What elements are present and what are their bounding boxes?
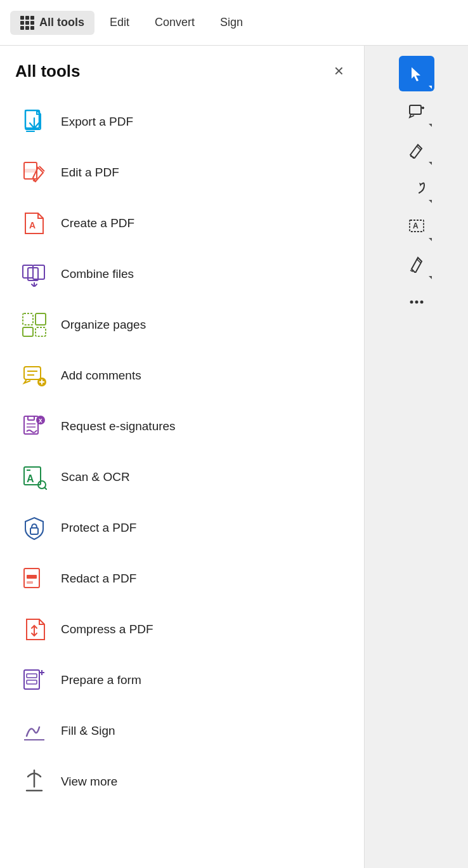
svg-rect-33	[27, 575, 37, 579]
compress-pdf-icon	[20, 615, 48, 643]
panel-title: All tools	[15, 62, 81, 81]
create-pdf-icon: A	[20, 209, 48, 237]
svg-rect-11	[23, 313, 33, 325]
sidebar-link-tool[interactable]	[399, 170, 434, 206]
tool-item-create-pdf[interactable]: A Create a PDF	[15, 198, 349, 249]
svg-rect-12	[36, 313, 46, 325]
prepare-form-icon	[20, 666, 48, 694]
tool-item-prepare-form[interactable]: Prepare a form	[15, 655, 349, 706]
tool-item-add-comments[interactable]: Add comments	[15, 350, 349, 401]
protect-pdf-icon	[20, 514, 48, 542]
tool-item-scan-ocr[interactable]: A Scan & OCR	[15, 452, 349, 503]
tool-item-organize-pages[interactable]: Organize pages	[15, 299, 349, 350]
organize-pages-icon	[20, 311, 48, 339]
grid-icon	[20, 16, 34, 30]
sign-label: Sign	[220, 16, 243, 29]
combine-files-label: Combine files	[61, 267, 134, 281]
add-comments-icon	[20, 362, 48, 390]
edit-pdf-icon	[20, 159, 48, 187]
topbar: All tools Edit Convert Sign	[0, 0, 468, 46]
sign-button[interactable]: Sign	[210, 11, 253, 34]
view-more-label: View more	[61, 775, 117, 789]
sidebar-edit-text-tool[interactable]	[399, 132, 434, 168]
svg-rect-36	[24, 670, 39, 689]
svg-rect-31	[30, 528, 38, 534]
add-comments-label: Add comments	[61, 369, 141, 383]
redact-pdf-icon	[20, 565, 48, 593]
convert-button[interactable]: Convert	[145, 11, 205, 34]
svg-text:A: A	[27, 473, 34, 484]
edit-label: Edit	[110, 16, 129, 29]
svg-rect-37	[27, 674, 37, 678]
tool-item-view-more[interactable]: View more	[15, 756, 349, 807]
svg-rect-14	[36, 327, 46, 336]
create-pdf-label: Create a PDF	[61, 216, 134, 230]
export-pdf-label: Export a PDF	[61, 115, 133, 129]
svg-text:x: x	[39, 417, 42, 424]
convert-label: Convert	[155, 16, 195, 29]
protect-pdf-label: Protect a PDF	[61, 521, 136, 535]
request-esignatures-icon: x	[20, 412, 48, 440]
svg-line-48	[410, 156, 414, 157]
combine-files-icon	[20, 260, 48, 288]
prepare-form-label: Prepare a form	[61, 673, 141, 687]
tool-item-redact-pdf[interactable]: Redact a PDF	[15, 553, 349, 604]
tool-item-export-pdf[interactable]: Export a PDF	[15, 96, 349, 147]
svg-point-55	[420, 301, 423, 304]
tool-item-request-esignatures[interactable]: x Request e-signatures	[15, 401, 349, 452]
sidebar-textbox-tool[interactable]: A	[399, 208, 434, 244]
svg-rect-22	[28, 416, 34, 420]
fill-sign-icon	[20, 717, 48, 745]
svg-rect-13	[23, 327, 33, 336]
tool-item-edit-pdf[interactable]: Edit a PDF	[15, 147, 349, 198]
close-icon: ✕	[334, 63, 344, 79]
view-more-icon	[20, 768, 48, 796]
close-button[interactable]: ✕	[328, 61, 349, 81]
request-esignatures-label: Request e-signatures	[61, 419, 176, 433]
main-area: All tools ✕ Export a PDF	[0, 46, 468, 868]
sidebar-stamp-tool[interactable]	[399, 246, 434, 282]
panel-header: All tools ✕	[15, 61, 349, 81]
export-pdf-icon	[20, 108, 48, 136]
sidebar-more-tools[interactable]	[399, 284, 434, 320]
all-tools-panel: All tools ✕ Export a PDF	[0, 46, 365, 868]
all-tools-button[interactable]: All tools	[10, 11, 94, 35]
svg-rect-15	[24, 367, 41, 379]
svg-rect-44	[410, 105, 421, 114]
organize-pages-label: Organize pages	[61, 318, 146, 332]
sidebar-comment-tool[interactable]	[399, 94, 434, 129]
svg-point-54	[415, 301, 418, 304]
edit-button[interactable]: Edit	[100, 11, 140, 34]
scan-ocr-icon: A	[20, 463, 48, 491]
svg-rect-3	[24, 169, 37, 173]
tool-item-fill-sign[interactable]: Fill & Sign	[15, 706, 349, 756]
edit-pdf-label: Edit a PDF	[61, 166, 119, 180]
sidebar-select-tool[interactable]	[399, 56, 434, 91]
tool-item-protect-pdf[interactable]: Protect a PDF	[15, 503, 349, 553]
fill-sign-label: Fill & Sign	[61, 724, 115, 738]
tool-item-compress-pdf[interactable]: Compress a PDF	[15, 604, 349, 655]
right-sidebar: A	[365, 46, 468, 868]
svg-rect-38	[27, 680, 37, 684]
svg-line-30	[44, 487, 47, 490]
compress-pdf-label: Compress a PDF	[61, 622, 153, 636]
tool-list: Export a PDF Edit a PDF	[15, 96, 349, 807]
svg-rect-34	[27, 581, 33, 584]
svg-text:A: A	[413, 221, 419, 230]
svg-text:A: A	[29, 220, 36, 230]
scan-ocr-label: Scan & OCR	[61, 470, 130, 484]
svg-point-53	[410, 301, 413, 304]
redact-pdf-label: Redact a PDF	[61, 572, 136, 586]
tool-item-combine-files[interactable]: Combine files	[15, 249, 349, 299]
all-tools-label: All tools	[39, 16, 84, 29]
